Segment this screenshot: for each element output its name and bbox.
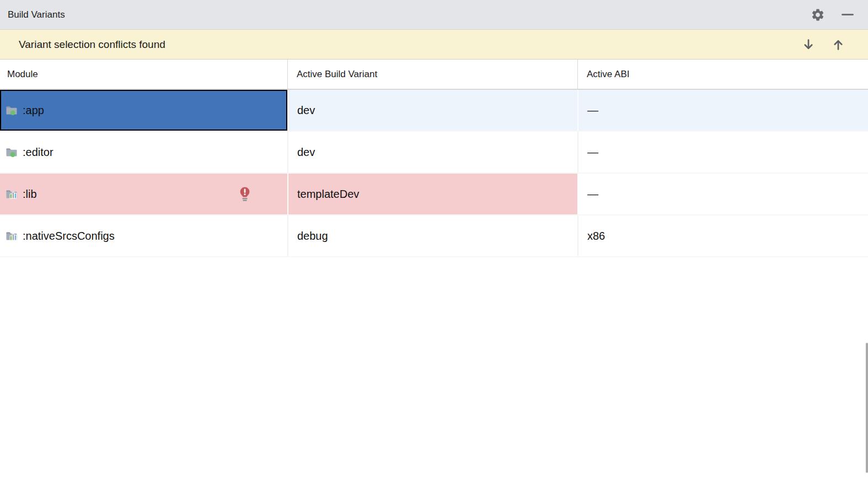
module-name: :editor [23,146,53,159]
previous-conflict-button[interactable] [832,37,845,52]
variant-value: dev [297,146,315,159]
column-header-module[interactable]: Module [0,60,287,89]
tool-window-title: Build Variants [8,9,65,20]
abi-value: — [587,104,598,117]
module-cell-editor[interactable]: :editor [0,132,287,172]
variant-value: debug [297,230,328,242]
table-header-row: Module Active Build Variant Active ABI [0,60,868,90]
variant-value: templateDev [297,188,359,201]
module-name: :lib [23,188,37,201]
build-variants-tool-window: Build Variants Variant selection conflic… [0,0,868,496]
column-header-label: Active Build Variant [297,69,377,80]
module-name: :nativeSrcsConfigs [23,230,115,242]
banner-actions [802,37,868,52]
variant-cell-editor[interactable]: dev [287,132,577,172]
library-module-icon [6,188,18,200]
variant-cell-lib[interactable]: templateDev [287,174,577,214]
hide-tool-window-button[interactable] [842,14,854,15]
abi-cell-lib[interactable]: — [577,174,868,214]
next-conflict-button[interactable] [802,37,815,52]
module-name: :app [23,104,44,117]
gear-icon [811,8,825,22]
scrollbar-thumb[interactable] [866,343,868,473]
settings-button[interactable] [811,8,825,22]
table-row: :nativeSrcsConfigs debug x86 [0,215,868,257]
banner-message: Variant selection conflicts found [19,39,165,51]
abi-value: — [587,146,598,159]
up-arrow-icon [832,37,845,52]
column-header-label: Module [7,69,38,80]
abi-value: — [587,188,598,201]
column-header-active-build-variant[interactable]: Active Build Variant [287,60,577,89]
module-cell-nativesrcsconfigs[interactable]: :nativeSrcsConfigs [0,215,287,256]
conflict-banner: Variant selection conflicts found [0,30,868,60]
library-module-icon [6,230,18,242]
minimize-icon [842,14,854,15]
table-row: :lib templateDev — [0,174,868,215]
tool-window-titlebar: Build Variants [0,0,868,30]
table-row: :editor dev — [0,132,868,174]
variant-cell-nativesrcsconfigs[interactable]: debug [287,215,577,256]
down-arrow-icon [802,37,815,52]
module-cell-lib[interactable]: :lib [0,174,287,214]
titlebar-actions [811,8,857,22]
abi-cell-editor[interactable]: — [577,132,868,172]
abi-value: x86 [587,230,605,242]
column-header-label: Active ABI [587,69,629,80]
table-row: :app dev — [0,90,868,132]
android-module-icon [6,146,18,158]
abi-cell-app[interactable]: — [577,90,868,131]
variant-value: dev [297,104,315,117]
variant-cell-app[interactable]: dev [287,90,577,131]
abi-cell-nativesrcsconfigs[interactable]: x86 [577,215,868,256]
variant-conflict-error-bulb-icon[interactable] [239,186,251,202]
column-header-active-abi[interactable]: Active ABI [577,60,868,89]
android-module-icon [6,104,18,116]
module-cell-app[interactable]: :app [0,90,287,131]
